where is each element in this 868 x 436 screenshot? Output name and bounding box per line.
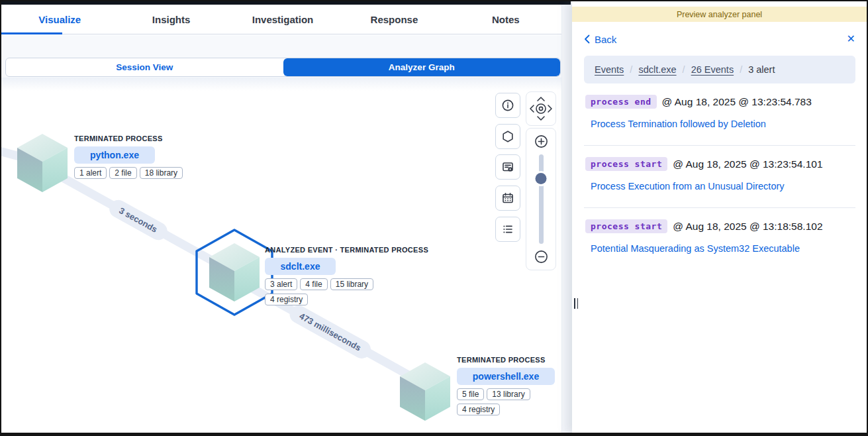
node-count-badge[interactable]: 2 file <box>109 167 136 179</box>
tab-investigation[interactable]: Investigation <box>227 5 338 34</box>
analyzer-graph-canvas[interactable]: 3 seconds 473 milliseconds TERMINATED PR <box>1 78 561 434</box>
node-name-button[interactable]: sdclt.exe <box>265 258 336 275</box>
node-count-badge[interactable]: 4 registry <box>265 294 308 305</box>
events-list-button[interactable] <box>495 217 520 242</box>
list-icon <box>501 223 514 236</box>
node-count-badge[interactable]: 4 file <box>300 278 327 290</box>
node-count-badge[interactable]: 15 library <box>330 278 373 290</box>
node-count-badge[interactable]: 18 library <box>140 167 183 179</box>
panel-resize-handle[interactable] <box>573 298 579 309</box>
pan-up-icon <box>538 97 544 101</box>
node-settings-button[interactable] <box>495 154 520 180</box>
panel-banner: Preview analyzer panel <box>572 7 867 22</box>
breadcrumb-separator: / <box>677 64 691 75</box>
zoom-out-button[interactable] <box>534 250 548 264</box>
event-type-badge: process start <box>585 157 667 171</box>
node-count-badge[interactable]: 5 file <box>457 388 484 400</box>
process-cube-sdclt[interactable] <box>207 242 262 304</box>
edge-duration-label: 3 seconds <box>107 197 171 243</box>
node-name-button[interactable]: powershell.exe <box>457 368 555 385</box>
panel-gutter <box>561 1 572 434</box>
pan-right-icon <box>548 105 552 112</box>
nodes-legend-button[interactable] <box>495 124 520 149</box>
breadcrumb-alert-count: 3 alert <box>748 64 775 75</box>
node-info-sdclt: ANALYZED EVENT · TERMINATED PROCESS sdcl… <box>265 246 428 305</box>
date-picker-button[interactable] <box>495 186 520 211</box>
event-list-item: process start @ Aug 18, 2025 @ 13:23:54.… <box>584 146 855 208</box>
node-info-powershell: TERMINATED PROCESS powershell.exe 5 file… <box>457 356 555 415</box>
node-kind-label: TERMINATED PROCESS <box>74 135 183 142</box>
zoom-slider-thumb[interactable] <box>536 173 547 184</box>
node-kind-label: TERMINATED PROCESS <box>457 356 555 364</box>
chevron-left-icon <box>584 34 590 44</box>
breadcrumb-events-link[interactable]: Events <box>595 64 624 75</box>
view-toggle-group: Session View Analyzer Graph <box>5 58 561 77</box>
edge-duration-label: 473 milliseconds <box>287 302 374 362</box>
center-camera-icon <box>536 104 546 113</box>
analyzer-screen: Visualize Insights Investigation Respons… <box>0 0 868 436</box>
analyzer-graph-button[interactable]: Analyzer Graph <box>283 58 561 76</box>
node-count-badge[interactable]: 13 library <box>487 388 530 400</box>
session-view-button[interactable]: Session View <box>6 58 283 76</box>
preview-analyzer-panel: Preview analyzer panel Back ✕ Events / s… <box>572 1 867 434</box>
calendar-icon <box>501 191 514 205</box>
alert-rule-link[interactable]: Process Termination followed by Deletion <box>591 119 855 129</box>
back-label: Back <box>595 34 616 45</box>
breadcrumb: Events / sdclt.exe / 26 Events / 3 alert <box>584 56 855 83</box>
event-timestamp: @ Aug 18, 2025 @ 13:18:58.102 <box>673 221 822 233</box>
pan-down-icon <box>538 117 544 120</box>
alert-rule-link[interactable]: Process Execution from an Unusual Direct… <box>591 181 855 191</box>
tab-visualize[interactable]: Visualize <box>4 5 115 34</box>
breadcrumb-event-count-link[interactable]: 26 Events <box>691 64 734 75</box>
tab-insights[interactable]: Insights <box>115 5 226 34</box>
node-name-button[interactable]: python.exe <box>74 146 155 164</box>
hexagon-legend-icon <box>501 130 514 143</box>
node-kind-label: ANALYZED EVENT · TERMINATED PROCESS <box>265 246 428 254</box>
breadcrumb-separator: / <box>624 64 638 75</box>
window-top-border <box>1 1 571 5</box>
info-icon <box>501 99 514 112</box>
event-type-badge: process start <box>585 219 667 233</box>
process-cube-python[interactable] <box>15 133 70 195</box>
event-timestamp: @ Aug 18, 2025 @ 13:23:54.101 <box>673 158 822 170</box>
info-button[interactable] <box>495 93 520 118</box>
event-type-badge: process end <box>585 95 657 109</box>
node-count-badge[interactable]: 1 alert <box>74 167 107 179</box>
detail-tabs: Visualize Insights Investigation Respons… <box>1 5 561 34</box>
node-count-badge[interactable]: 4 registry <box>457 404 500 415</box>
pan-controls[interactable] <box>526 91 556 126</box>
alert-rule-link[interactable]: Potential Masquerading as System32 Execu… <box>591 243 855 254</box>
tab-notes[interactable]: Notes <box>450 5 561 34</box>
breadcrumb-separator: / <box>734 64 748 75</box>
zoom-slider[interactable] <box>539 154 544 244</box>
event-list-item: process end @ Aug 18, 2025 @ 13:23:54.78… <box>584 83 855 146</box>
node-count-badge[interactable]: 3 alert <box>265 278 297 290</box>
back-button[interactable]: Back <box>584 34 616 45</box>
event-timestamp: @ Aug 18, 2025 @ 13:23:54.783 <box>662 96 812 108</box>
event-list-item: process start @ Aug 18, 2025 @ 13:18:58.… <box>584 208 855 270</box>
zoom-in-button[interactable] <box>534 135 548 148</box>
node-info-python: TERMINATED PROCESS python.exe 1 alert 2 … <box>74 135 183 179</box>
process-cube-powershell[interactable] <box>397 361 453 423</box>
zoom-controls <box>526 128 556 270</box>
breadcrumb-process-link[interactable]: sdclt.exe <box>638 64 676 75</box>
node-settings-icon <box>501 160 514 174</box>
close-icon[interactable]: ✕ <box>847 34 855 44</box>
tab-response[interactable]: Response <box>338 5 450 34</box>
pan-left-icon <box>530 105 534 112</box>
